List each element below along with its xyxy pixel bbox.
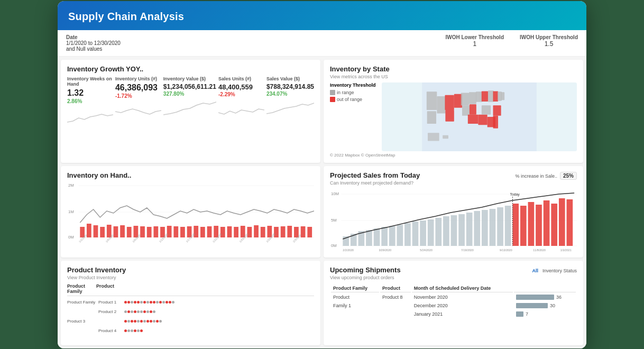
svg-rect-87 (389, 226, 395, 246)
svg-rect-61 (281, 226, 286, 237)
inventory-status-label: Inventory Status (542, 268, 577, 273)
dot (124, 320, 127, 323)
shipments-header: Upcoming Shipments View upcoming product… (330, 266, 577, 283)
bar-num: 7 (526, 311, 528, 317)
svg-rect-89 (404, 223, 411, 246)
svg-rect-99 (482, 210, 488, 246)
row1-family: Product (331, 293, 379, 301)
inventory-section: Inventory on Hand.. 2M 1M 0M (61, 166, 320, 258)
inventory-chart: 2M 1M 0M (67, 180, 314, 244)
svg-rect-19 (501, 92, 505, 100)
dot (150, 310, 152, 313)
dashboard: Supply Chain Analysis Date 1/1/2020 to 1… (58, 1, 586, 348)
dot (134, 329, 136, 332)
threshold-filters: IWOH Lower Threshold 1 IWOH Upper Thresh… (445, 34, 578, 48)
kpi-iu-label: Inventory Units (#) (115, 76, 161, 81)
legend-out-range-label: out of range (337, 97, 362, 102)
dot (137, 301, 140, 304)
projected-header: Projected Sales from Today Can Inventory… (330, 171, 577, 189)
dot (165, 301, 168, 304)
svg-rect-9 (469, 92, 476, 104)
map-title: Inventory by State (330, 65, 390, 73)
dot (137, 329, 140, 332)
shipment-row-1: Product Product 8 November 2020 36 (331, 293, 576, 301)
dot (146, 310, 149, 313)
kpi-sv-chart (266, 99, 314, 117)
shipment-row-2: Family 1 December 2020 30 (331, 302, 576, 309)
dot (127, 310, 130, 313)
col-product: Product (96, 283, 120, 294)
svg-rect-41 (147, 227, 152, 237)
shipments-table: Product Family Product Month of Schedule… (330, 283, 577, 319)
col-chart (120, 283, 314, 294)
svg-rect-53 (227, 226, 232, 237)
row3-bar: 7 (514, 310, 576, 318)
svg-rect-85 (374, 228, 380, 246)
bar-fill (516, 295, 554, 300)
svg-rect-14 (476, 91, 482, 102)
svg-rect-36 (114, 226, 118, 237)
svg-text:7/19/2020: 7/19/2020 (461, 248, 474, 251)
svg-rect-96 (458, 214, 465, 246)
shipments-thead: Product Family Product Month of Schedule… (331, 284, 576, 292)
svg-rect-10 (470, 104, 476, 115)
map-title-block: Inventory by State View metrics across t… (330, 65, 390, 82)
svg-rect-109 (559, 198, 565, 246)
bar-num: 30 (550, 303, 555, 308)
kpi-woh-value: 1.32 (67, 89, 113, 97)
dot-row-1: Product Family 1 Product 1 (67, 298, 314, 307)
dot (153, 301, 155, 304)
svg-rect-104 (520, 206, 527, 246)
row1-product: Product 8 (380, 293, 411, 301)
dot (140, 301, 143, 304)
kpi-iv-value: $1,234,056,611.21 (163, 84, 216, 90)
dot (131, 310, 133, 313)
svg-text:10M: 10M (331, 191, 339, 196)
svg-rect-24 (443, 135, 448, 139)
svg-rect-62 (287, 226, 292, 237)
date-value: 1/1/2020 to 12/30/2020 (66, 40, 121, 46)
shipments-title: Upcoming Shipments (330, 266, 401, 274)
dot (140, 310, 143, 313)
dot (124, 329, 127, 332)
svg-rect-108 (551, 204, 557, 246)
map-header: Inventory by State View metrics across t… (330, 65, 577, 82)
svg-rect-64 (301, 226, 306, 237)
map-legend: in range out of range (330, 90, 378, 102)
svg-rect-23 (428, 133, 439, 141)
projected-percent-label: % increase in Sale.. (515, 173, 557, 179)
col-product: Product (380, 284, 411, 292)
kpi-su-value: 48,400,559 (218, 84, 264, 90)
dot (140, 320, 143, 323)
svg-text:Today: Today (510, 192, 520, 196)
dot (137, 310, 140, 313)
kpi-woh-label: Inventory Weeks on Hand (67, 76, 113, 87)
projected-subtitle: Can Inventory meet projected demand? (330, 180, 420, 186)
svg-rect-50 (207, 226, 212, 237)
svg-rect-33 (94, 225, 98, 237)
svg-text:0M: 0M (331, 243, 337, 247)
dot (131, 301, 133, 304)
row3-product (380, 310, 411, 318)
family-1-label: Product Family 1 (67, 300, 96, 305)
all-filter[interactable]: All (532, 268, 538, 273)
kpi-iu-change: -1.72% (115, 93, 161, 99)
shipments-controls: All Inventory Status (532, 268, 577, 273)
projected-percent-badge: 25% (560, 172, 577, 180)
filters-bar: Date 1/1/2020 to 12/30/2020 and Null val… (58, 30, 586, 57)
svg-rect-11 (468, 114, 479, 123)
svg-rect-65 (307, 227, 312, 237)
shipments-subtitle: View upcoming product orders (330, 275, 401, 280)
dot (156, 301, 159, 304)
dot (159, 320, 162, 323)
projected-chart-svg: 10M 5M 0M (330, 189, 577, 252)
svg-rect-92 (428, 219, 434, 246)
us-map-svg (382, 82, 577, 151)
dot (159, 301, 162, 304)
svg-rect-37 (120, 225, 125, 237)
date-note: and Null values (66, 46, 121, 52)
svg-text:2M: 2M (68, 182, 74, 187)
row1-month: November 2020 (412, 293, 513, 301)
product-4-label: Product 4 (98, 328, 122, 333)
svg-text:5M: 5M (331, 217, 337, 222)
